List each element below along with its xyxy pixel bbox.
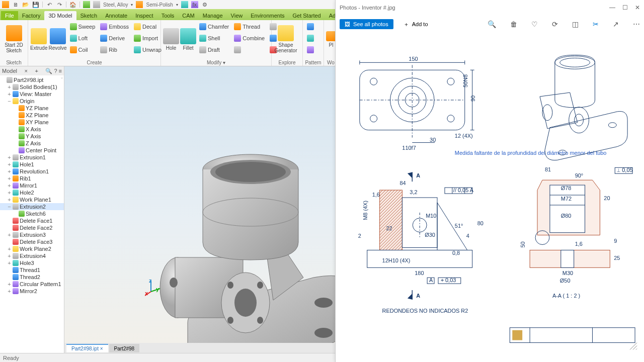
photos-titlebar[interactable]: Photos - Inventor #.jpg — ☐ ✕ — [336, 0, 644, 15]
color-icon[interactable] — [136, 1, 143, 8]
revolve-button[interactable]: Revolve — [48, 21, 66, 57]
see-all-photos-button[interactable]: 🖼See all photos — [340, 19, 393, 29]
fx-icon[interactable]: fx — [191, 1, 198, 8]
tree-item[interactable]: +Extrusion3 — [0, 231, 64, 238]
tab-sketch[interactable]: Sketch — [76, 11, 102, 20]
settings-icon[interactable]: ⚙ — [201, 1, 208, 8]
undo-icon[interactable]: ↶ — [46, 1, 53, 8]
tree-item[interactable]: YZ Plane — [0, 105, 64, 112]
tree-item[interactable]: XY Plane — [0, 119, 64, 126]
tree-item[interactable]: +Rib1 — [0, 175, 64, 182]
start-2d-sketch-button[interactable]: Start 2D Sketch — [2, 21, 26, 57]
tree-item[interactable]: X Axis — [0, 126, 64, 133]
tab-factory[interactable]: Factory — [18, 11, 45, 20]
edit-icon[interactable]: ✂ — [593, 20, 599, 28]
tree-item[interactable]: +Mirror1 — [0, 182, 64, 189]
photos-viewport[interactable]: 150 90 50N8 12 (4X) 30 110f7 Medida falt… — [336, 33, 644, 362]
tree-item[interactable]: −Extrusion2 — [0, 203, 64, 210]
extrude-button[interactable]: Extrude — [30, 21, 47, 57]
tree-item[interactable]: +Circular Pattern1 — [0, 281, 64, 288]
tree-item[interactable]: +Work Plane1 — [0, 196, 64, 203]
blank-button[interactable] — [232, 44, 267, 55]
tree-item[interactable]: Thread1 — [0, 266, 64, 274]
tree-item[interactable]: +Extrusion4 — [0, 252, 64, 259]
derive-button[interactable]: Derive — [98, 33, 131, 44]
crop-icon[interactable]: ◫ — [572, 20, 579, 28]
rotate-icon[interactable]: ⟳ — [552, 20, 558, 28]
hole-button[interactable]: Hole — [163, 21, 179, 57]
thread-button[interactable]: Thread — [232, 21, 267, 32]
tree-item[interactable]: +View: Master — [0, 90, 64, 98]
tab-get-started[interactable]: Get Started — [288, 11, 325, 20]
maximize-icon[interactable]: ☐ — [622, 4, 628, 11]
tab-environments[interactable]: Environments — [247, 11, 288, 20]
add-to-button[interactable]: ＋Add to — [398, 19, 433, 30]
tree-item[interactable]: Delete Face2 — [0, 224, 64, 231]
decal-button[interactable]: Decal — [132, 21, 164, 32]
tab-cam[interactable]: CAM — [178, 11, 198, 20]
tab-view[interactable]: View — [227, 11, 247, 20]
tree-item[interactable]: Delete Face1 — [0, 217, 64, 224]
menu-icon[interactable]: ≡ — [59, 68, 62, 74]
coil-button[interactable]: Coil — [68, 44, 98, 55]
loft-button[interactable]: Loft — [68, 33, 98, 44]
tree-item[interactable]: +Extrusion1 — [0, 154, 64, 161]
rect-pattern-icon[interactable] — [305, 21, 316, 32]
browser-close-icon[interactable]: × — [25, 68, 28, 74]
plane-button[interactable]: Pl — [326, 21, 336, 57]
tab-inspect[interactable]: Inspect — [131, 11, 157, 20]
tree-item[interactable]: Delete Face3 — [0, 238, 64, 245]
tree-root[interactable]: Part2#98.iptˇ — [0, 76, 64, 83]
tree-item[interactable]: −Origin — [0, 98, 64, 105]
tree-item[interactable]: +Hole2 — [0, 189, 64, 196]
tree-item[interactable]: Sketch6 — [0, 210, 64, 217]
tab-manage[interactable]: Manage — [199, 11, 227, 20]
share-icon[interactable]: ↗ — [613, 20, 619, 28]
browser-plus-icon[interactable]: + — [35, 68, 38, 74]
emboss-button[interactable]: Emboss — [98, 21, 131, 32]
tree-item[interactable]: Thread2 — [0, 274, 64, 281]
help-icon[interactable]: ? — [54, 68, 57, 74]
save-icon[interactable]: 💾 — [32, 1, 39, 8]
delete-icon[interactable]: 🗑 — [510, 20, 517, 28]
appearance-dropdown[interactable]: Semi-Polish — [146, 2, 173, 8]
tree-item[interactable]: Y Axis — [0, 133, 64, 140]
tab-file[interactable]: File — [1, 11, 18, 20]
search-icon[interactable]: 🔍 — [45, 68, 52, 74]
material-dropdown[interactable]: Steel, Alloy — [103, 2, 128, 8]
document-tab[interactable]: Part2#98.ipt × — [66, 344, 108, 352]
tree-item[interactable]: +Mirror2 — [0, 288, 64, 295]
measure-icon[interactable] — [181, 1, 188, 8]
tree-item[interactable]: +Hole1 — [0, 161, 64, 168]
tab-annotate[interactable]: Annotate — [101, 11, 131, 20]
combine-button[interactable]: Combine — [232, 33, 267, 44]
shell-button[interactable]: Shell — [197, 33, 231, 44]
material-icon[interactable] — [93, 1, 100, 8]
tree-item[interactable]: +Solid Bodies(1) — [0, 83, 64, 90]
chamfer-button[interactable]: Chamfer — [197, 21, 231, 32]
unwrap-button[interactable]: Unwrap — [132, 44, 164, 55]
mirror-icon[interactable] — [305, 44, 316, 55]
sweep-button[interactable]: Sweep — [68, 21, 98, 32]
minimize-icon[interactable]: — — [609, 4, 615, 11]
favorite-icon[interactable]: ♡ — [531, 20, 538, 28]
redo-icon[interactable]: ↷ — [56, 1, 63, 8]
tree-item[interactable]: Center Point — [0, 147, 64, 154]
shape-generator-button[interactable]: Shape Generator — [274, 21, 298, 57]
tree-item[interactable]: +Work Plane2 — [0, 245, 64, 252]
fillet-button[interactable]: Fillet — [180, 21, 196, 57]
tab-tools[interactable]: Tools — [157, 11, 179, 20]
zoom-icon[interactable]: 🔍 — [488, 20, 496, 28]
appearance-icon[interactable] — [83, 1, 90, 8]
tree-item[interactable]: +Hole3 — [0, 259, 64, 266]
new-icon[interactable]: 🗎 — [12, 1, 19, 8]
tree-item[interactable]: +Revolution1 — [0, 168, 64, 175]
tree-item[interactable]: Z Axis — [0, 140, 64, 147]
more-icon[interactable]: ⋯ — [633, 20, 640, 28]
tab-3d-model[interactable]: 3D Model — [44, 11, 76, 20]
tree-item[interactable]: XZ Plane — [0, 112, 64, 119]
open-icon[interactable]: 📂 — [22, 1, 29, 8]
close-icon[interactable]: ✕ — [635, 4, 640, 11]
draft-button[interactable]: Draft — [197, 44, 231, 55]
import-button[interactable]: Import — [132, 33, 164, 44]
